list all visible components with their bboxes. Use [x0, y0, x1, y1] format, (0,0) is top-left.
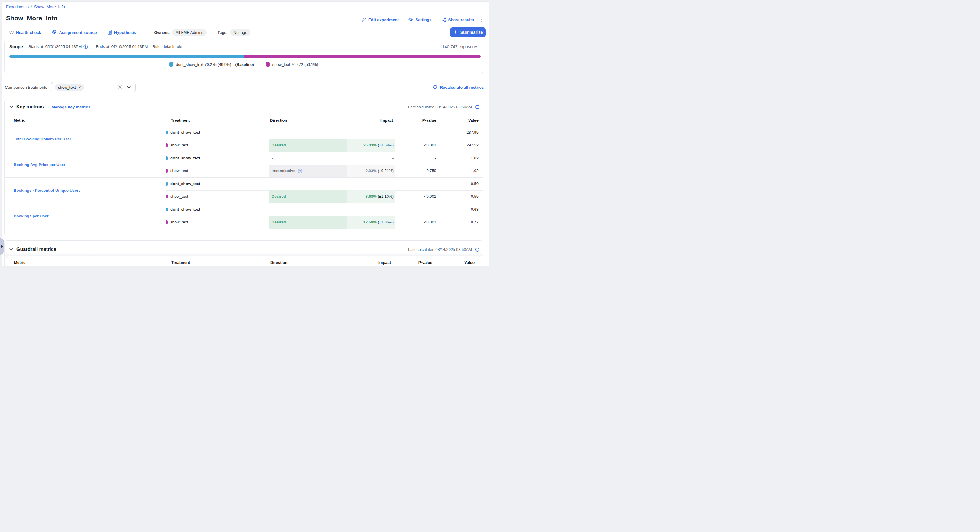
table-row: dont_show_text---1.02: [5, 152, 483, 165]
treatment-chip[interactable]: show_text: [55, 84, 84, 91]
metric-group: dont_show_text---1.02show_textInconclusi…: [5, 152, 483, 177]
key-metrics-last-calculated: Last calculated 08/14/2025 03:50AM: [408, 105, 472, 109]
exposures-count: 140,747 exposures: [442, 44, 478, 49]
breadcrumb-experiments-link[interactable]: Experiments: [6, 5, 29, 9]
metric-link[interactable]: Bookings per User: [14, 214, 49, 218]
p-value-cell: 0.759: [395, 165, 436, 177]
treatment-swatch: [165, 221, 168, 224]
breadcrumb-separator: /: [31, 5, 32, 9]
hypothesis-link[interactable]: Hypothesis: [108, 30, 136, 35]
treatment-swatch: [165, 169, 168, 173]
key-metrics-table-header: MetricTreatmentDirectionImpactP-valueVal…: [5, 116, 483, 125]
value-cell: 0.68: [436, 203, 479, 216]
treatment-split-segment: [244, 55, 480, 58]
column-header-metric: Metric: [14, 259, 25, 266]
comparison-treatments-select[interactable]: show_text: [51, 82, 136, 92]
column-header-direction: Direction: [270, 116, 287, 125]
owners-label: Owners:: [154, 30, 170, 35]
treatment-label: show_text: [170, 139, 188, 152]
table-row: show_textInconclusive?0.03% (±0.21%)0.75…: [5, 165, 483, 177]
metric-link[interactable]: Booking Avg Price per User: [14, 162, 65, 167]
legend-swatch: [266, 62, 270, 67]
table-row: show_textDesired12.69% (±1.36%)<0.0010.7…: [5, 216, 483, 229]
legend-swatch: [169, 62, 173, 67]
value-cell: 0.50: [436, 178, 479, 190]
refresh-key-metrics-icon[interactable]: [475, 105, 480, 110]
direction-cell: Desired: [269, 190, 347, 203]
impact-confidence-interval: (±1.10%): [377, 194, 394, 199]
collapse-guardrail-metrics-icon[interactable]: [10, 248, 13, 251]
impact-percent: 8.68%: [366, 194, 377, 199]
direction-cell: Desired: [269, 139, 347, 152]
scope-card: Scope Starts at: 05/01/2025 04:13PM Ends…: [4, 40, 484, 74]
metric-link[interactable]: Bookings - Percent of Unique Users: [14, 188, 81, 193]
direction-cell: -: [269, 178, 347, 190]
column-header-value: Value: [432, 259, 475, 266]
column-header-direction: Direction: [270, 259, 287, 266]
help-icon[interactable]: ?: [298, 169, 302, 173]
tags-pill[interactable]: No tags: [230, 29, 250, 36]
sidebar-expand-handle[interactable]: [0, 238, 4, 254]
direction-label: Desired: [272, 216, 286, 229]
key-metrics-table-body: dont_show_text---237.95show_textDesired2…: [5, 126, 483, 229]
split-legend: dont_show_text 70,275 (49.9%) (Baseline)…: [5, 62, 483, 67]
clear-selection-icon[interactable]: [116, 85, 124, 90]
legend-baseline-tag: (Baseline): [234, 62, 254, 67]
meta-row: Health checkAssignment sourceHypothesis …: [9, 29, 250, 36]
treatment-label: dont_show_text: [170, 152, 200, 165]
info-icon[interactable]: [83, 44, 88, 49]
column-header-impact: Impact: [345, 116, 393, 125]
direction-cell: Desired: [269, 216, 347, 229]
direction-label: Desired: [272, 139, 286, 152]
health-check-link[interactable]: Health check: [9, 30, 41, 35]
header-actions: Edit experimentSettingsShare results: [361, 16, 474, 23]
document-icon: [108, 30, 112, 35]
chip-remove-icon[interactable]: [78, 85, 81, 89]
tags-label: Tags:: [218, 30, 228, 35]
impact-confidence-interval: (±1.68%): [377, 143, 394, 147]
metric-link[interactable]: Total Booking Dollars Per User: [14, 137, 71, 141]
direction-label: Desired: [272, 190, 286, 203]
chevron-down-icon[interactable]: [124, 86, 133, 89]
owners-pill[interactable]: All FME Admins: [172, 29, 207, 36]
guardrail-table-header: MetricTreatmentDirectionImpactP-valueVal…: [6, 256, 482, 266]
guardrail-last-calculated: Last calculated 08/14/2025 03:50AM: [408, 247, 472, 252]
summarize-button[interactable]: Summarize: [450, 27, 486, 37]
p-value-cell: -: [395, 152, 436, 165]
column-header-metric: Metric: [14, 116, 25, 125]
more-options-button[interactable]: [479, 17, 484, 23]
assignment-source-link[interactable]: Assignment source: [52, 30, 97, 35]
value-cell: 0.77: [436, 216, 479, 229]
recalculate-label: Recalculate all metrics: [440, 85, 484, 90]
comparison-treatments-label: Comparison treatments: [5, 85, 47, 90]
scope-ends-at: Ends at: 07/10/2025 04:13PM: [96, 44, 148, 49]
heart-icon: [9, 30, 14, 35]
manage-key-metrics-link[interactable]: Manage key metrics: [52, 105, 90, 109]
p-value-cell: <0.001: [395, 139, 436, 152]
impact-cell: 8.68% (±1.10%): [347, 190, 395, 203]
treatment-swatch: [165, 208, 168, 211]
p-value-cell: -: [395, 203, 436, 216]
scope-starts-at: Starts at: 05/01/2025 04:13PM: [29, 44, 81, 49]
direction-label: -: [272, 126, 273, 139]
collapse-key-metrics-icon[interactable]: [10, 106, 13, 108]
direction-label: Inconclusive: [272, 165, 296, 177]
summarize-label: Summarize: [460, 30, 483, 35]
recalculate-all-metrics-button[interactable]: Recalculate all metrics: [433, 85, 484, 90]
direction-cell: -: [269, 126, 347, 139]
table-row: dont_show_text---0.68: [5, 203, 483, 216]
impact-confidence-interval: (±1.36%): [377, 220, 394, 224]
refresh-guardrail-icon[interactable]: [475, 247, 480, 252]
share-results-button[interactable]: Share results: [441, 17, 474, 22]
settings-button[interactable]: Settings: [409, 17, 431, 22]
impact-cell: -: [347, 152, 395, 165]
table-row: show_textDesired25.03% (±1.68%)<0.001297…: [5, 139, 483, 152]
pencil-icon: [361, 17, 366, 22]
treatment-label: dont_show_text: [170, 203, 200, 216]
edit-experiment-button[interactable]: Edit experiment: [361, 17, 399, 22]
breadcrumb-current-link[interactable]: Show_More_Info: [34, 5, 65, 9]
gear-icon: [409, 17, 413, 22]
arrow-right-icon: [1, 245, 3, 248]
scope-rule: Rule: default rule: [152, 44, 182, 49]
column-header-treatment: Treatment: [171, 116, 190, 125]
